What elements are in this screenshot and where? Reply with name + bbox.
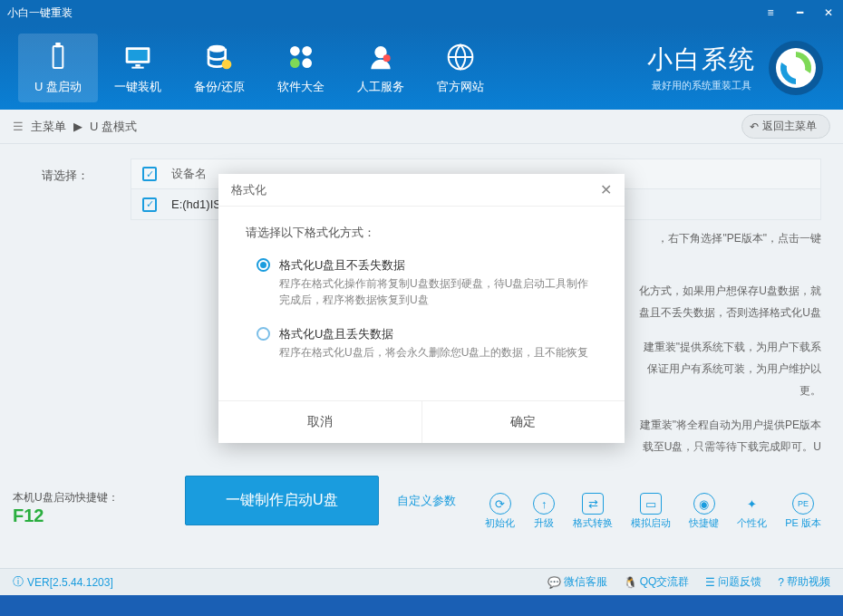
modal-title: 格式化 — [231, 182, 266, 198]
modal-header: 格式化 ✕ — [218, 174, 625, 207]
modal-body: 请选择以下格式化方式： 格式化U盘且不丢失数据 程序在格式化操作前将复制U盘数据… — [218, 207, 625, 400]
radio-icon — [257, 327, 270, 341]
modal-footer: 取消 确定 — [218, 400, 625, 443]
format-modal: 格式化 ✕ 请选择以下格式化方式： 格式化U盘且不丢失数据 程序在格式化操作前将… — [218, 174, 625, 443]
radio-option-keep-data[interactable]: 格式化U盘且不丢失数据 程序在格式化操作前将复制U盘数据到硬盘，待U盘启动工具制… — [257, 257, 597, 308]
radio-desc: 程序在格式化操作前将复制U盘数据到硬盘，待U盘启动工具制作完成后，程序将数据恢复… — [279, 275, 597, 308]
radio-option-lose-data[interactable]: 格式化U盘且丢失数据 程序在格式化U盘后，将会永久删除您U盘上的数据，且不能恢复 — [257, 326, 597, 361]
radio-desc: 程序在格式化U盘后，将会永久删除您U盘上的数据，且不能恢复 — [279, 344, 588, 361]
modal-prompt: 请选择以下格式化方式： — [246, 225, 597, 241]
radio-icon — [257, 258, 270, 272]
cancel-button[interactable]: 取消 — [218, 401, 422, 443]
confirm-button[interactable]: 确定 — [422, 401, 625, 443]
radio-title: 格式化U盘且不丢失数据 — [279, 257, 597, 274]
modal-close-icon[interactable]: ✕ — [600, 181, 612, 198]
radio-title: 格式化U盘且丢失数据 — [279, 326, 588, 342]
